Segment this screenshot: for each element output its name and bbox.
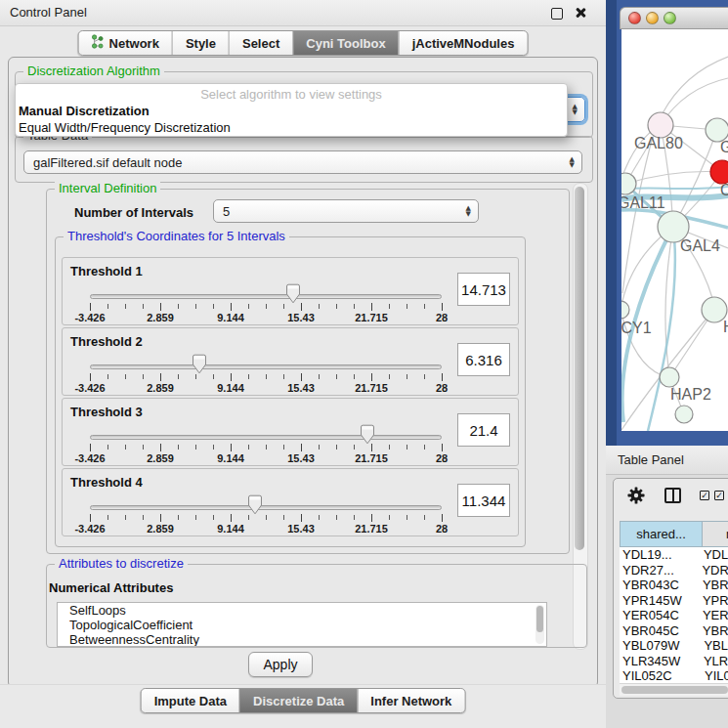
slider-tick-label: 15.43 — [287, 312, 315, 323]
slider-tick — [424, 304, 425, 309]
tab-discretize-data[interactable]: Discretize Data — [239, 689, 357, 712]
network-node[interactable] — [675, 406, 693, 423]
slider-tick — [248, 515, 249, 520]
scrollbar-thumb[interactable] — [575, 187, 584, 550]
threshold-value-field[interactable]: 11.344 — [457, 484, 510, 517]
slider-tick — [213, 304, 214, 309]
column-header-shared-name[interactable]: shared... — [620, 521, 703, 547]
gear-icon[interactable] — [627, 487, 645, 508]
horizontal-scrollbar[interactable] — [620, 683, 728, 696]
table-row[interactable]: YLR345WYLR3 — [620, 654, 728, 669]
number-of-intervals-value: 5 — [223, 204, 230, 219]
scrollbar-thumb[interactable] — [536, 606, 543, 632]
dropdown-option[interactable]: Equal Width/Frequency Discretization — [16, 119, 567, 136]
threshold-value-field[interactable]: 14.713 — [457, 273, 510, 306]
split-columns-icon[interactable] — [664, 488, 681, 503]
attribute-list-item[interactable]: SelfLoops — [58, 603, 546, 618]
table-row[interactable]: YPR145WYPR1 — [620, 593, 728, 609]
table-row[interactable]: YIL052CYIL0 — [620, 668, 728, 683]
slider-tick — [354, 515, 355, 520]
numerical-attributes-list[interactable]: SelfLoopsTopologicalCoefficientBetweenne… — [57, 602, 547, 647]
tab-label: Cyni Toolbox — [306, 36, 385, 51]
dropdown-option[interactable]: Manual Discretization — [16, 103, 567, 119]
apply-button[interactable]: Apply — [248, 652, 313, 677]
cell-name: YDR2 — [702, 563, 728, 578]
combo-arrows-icon: ▲▼ — [573, 105, 578, 115]
close-traffic-light-icon[interactable] — [628, 12, 641, 24]
slider-thumb[interactable] — [247, 494, 263, 515]
slider-tick-label: 15.43 — [287, 523, 315, 535]
slider-track[interactable] — [90, 364, 442, 369]
table-row[interactable]: YBR043CYBR0 — [620, 578, 728, 593]
attribute-list-item[interactable]: TopologicalCoefficient — [58, 618, 546, 632]
table-data-combobox[interactable]: galFiltered.sif default node ▲▼ — [23, 150, 582, 174]
table-row[interactable]: YBR045CYBR0 — [620, 623, 728, 639]
tab-network[interactable]: Network — [79, 31, 172, 55]
slider-track[interactable] — [90, 435, 442, 440]
slider-tick — [266, 515, 267, 520]
table-panel-titlebar: Table Panel — [606, 446, 728, 475]
attribute-list-item[interactable]: BetweennessCentrality — [58, 632, 546, 647]
dropdown-placeholder-item[interactable]: Select algorithm to view settings — [16, 86, 567, 103]
network-node-gcy1[interactable] — [621, 301, 629, 319]
zoom-traffic-light-icon[interactable] — [664, 12, 676, 24]
network-node-hap2[interactable] — [660, 367, 679, 387]
node-table-container: ✓ ✓ shared... n YDL19...YDL1YDR27...YDR2… — [613, 478, 728, 699]
network-edge — [663, 57, 728, 113]
cell-name: YBL0 — [704, 638, 728, 654]
network-node-label: H — [723, 319, 728, 335]
threshold-value-field[interactable]: 6.316 — [457, 343, 510, 376]
attributes-group: Attributes to discretize Numerical Attri… — [46, 564, 587, 648]
scrollbar-thumb[interactable] — [621, 686, 728, 694]
tab-style[interactable]: Style — [172, 31, 229, 55]
threshold-panel: Threshold 2 6.316 -3.4262.8599.14415.432… — [62, 327, 519, 396]
slider-track[interactable] — [90, 294, 442, 299]
table-row[interactable]: YER054CYER0 — [620, 608, 728, 623]
table-body[interactable]: YDL19...YDL1YDR27...YDR2YBR043CYBR0YPR14… — [620, 547, 728, 683]
slider-thumb[interactable] — [192, 354, 207, 374]
float-icon[interactable] — [551, 8, 563, 20]
slider-tick-label: 9.144 — [217, 452, 244, 464]
slider-tick — [389, 304, 390, 309]
slider-tick-label: -3.426 — [74, 312, 105, 323]
threshold-panel: Threshold 3 21.4 -3.4262.8599.14415.4321… — [62, 398, 519, 466]
slider-tick-label: 21.715 — [355, 382, 388, 394]
slider-tick — [424, 515, 425, 520]
slider-thumb[interactable] — [285, 283, 301, 304]
numerical-attributes-label: Numerical Attributes — [49, 580, 173, 595]
network-canvas[interactable]: GAL80GACGAL11GAL4GCY1HHAP2 — [621, 29, 728, 431]
tab-cyni-toolbox[interactable]: Cyni Toolbox — [292, 31, 398, 55]
close-icon[interactable] — [575, 7, 586, 19]
threshold-value-field[interactable]: 21.4 — [457, 413, 510, 447]
control-panel-tabbar: NetworkStyleSelectCyni ToolboxjActiveMNo… — [78, 30, 529, 56]
number-of-intervals-combobox[interactable]: 5 ▲▼ — [213, 199, 479, 223]
cell-shared-name: YER054C — [620, 608, 703, 623]
list-vertical-scrollbar[interactable] — [535, 605, 544, 644]
tab-impute-data[interactable]: Impute Data — [142, 689, 239, 712]
slider-tick — [283, 374, 284, 379]
tab-select[interactable]: Select — [229, 31, 292, 55]
network-node-c[interactable] — [710, 160, 728, 184]
slider-track[interactable] — [90, 505, 442, 510]
threshold-panel: Threshold 1 14.713 -3.4262.8599.14415.43… — [62, 257, 519, 325]
table-row[interactable]: YDR27...YDR2 — [620, 563, 728, 578]
checkbox-icon[interactable]: ✓ — [700, 491, 709, 500]
slider-tick-label: 28 — [436, 452, 448, 464]
slider-tick — [283, 445, 284, 450]
slider-thumb[interactable] — [360, 424, 375, 445]
slider-tick — [248, 304, 249, 309]
table-row[interactable]: YDL19...YDL1 — [620, 547, 728, 563]
algorithm-dropdown-popup: Select algorithm to view settings Manual… — [15, 83, 568, 137]
slider-tick — [195, 515, 196, 520]
slider-tick — [143, 445, 144, 450]
checkbox-icon[interactable]: ✓ — [714, 491, 724, 500]
tab-infer-network[interactable]: Infer Network — [357, 689, 464, 712]
tab-jactivemnodules[interactable]: jActiveMNodules — [399, 31, 528, 55]
tab-label: Select — [242, 36, 279, 51]
threshold-label: Threshold 2 — [70, 334, 143, 349]
column-header-name[interactable]: n — [703, 521, 728, 547]
minimize-traffic-light-icon[interactable] — [646, 12, 659, 24]
slider-tick — [160, 444, 161, 451]
table-row[interactable]: YBL079WYBL0 — [620, 638, 728, 654]
combo-arrows-icon: ▲▼ — [466, 206, 471, 217]
